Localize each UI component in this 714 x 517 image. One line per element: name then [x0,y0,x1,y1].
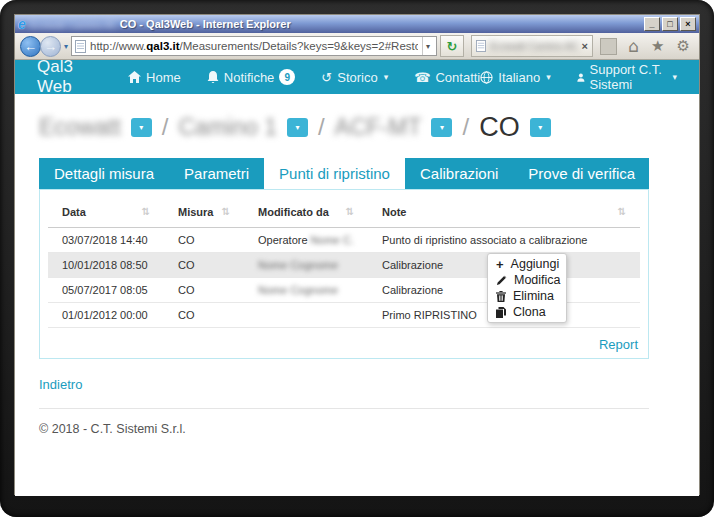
new-tab-button[interactable] [600,38,617,55]
copyright-text: © 2018 - C.T. Sistemi S.r.l. [39,422,649,436]
browser-tab[interactable]: Ecowatt Camino ACF M × [471,35,593,57]
screenshot-frame: e Ecowatt Camino ACF M CO - Qal3Web - In… [0,0,714,517]
breadcrumb-dropdown-button[interactable]: ▾ [287,118,308,137]
measure-tabs: Dettagli misura Parametri Punti di ripri… [39,158,649,189]
address-bar[interactable]: http://www.qal3.it/Measurements/Details?… [71,36,437,56]
chevron-down-icon: ▾ [384,72,389,82]
titlebar-redacted-text: Ecowatt Camino ACF M [30,19,116,30]
cell-note: Punto di ripristino associato a calibraz… [368,228,640,253]
breadcrumb-item-plant[interactable]: Ecowatt [39,114,121,141]
page-content: Ecowatt ▾ / Camino 1 ▾ / ACF-MT ▾ / CO ▾… [15,94,699,496]
report-link[interactable]: Report [599,337,638,352]
address-dropdown-caret[interactable]: ▾ [422,37,433,55]
cell-misura: CO [164,253,244,278]
redacted-name: Nome Cognome [258,284,338,296]
menu-item-label: Clona [513,305,546,319]
breadcrumb-item-current-measure: CO [479,112,520,143]
tab-punti-di-ripristino[interactable]: Punti di ripristino [264,158,405,189]
nav-item-label: Notifiche [224,70,275,85]
minimize-button[interactable]: _ [644,17,660,31]
menu-item-label: Elimina [513,289,554,303]
app-navbar: Qal3 Web Home Notifiche 9 ↺ Storico ▾ [15,60,699,94]
nav-item-notifiche[interactable]: Notifiche 9 [207,69,296,85]
nav-right-items: Italiano ▾ Support C.T. Sistemi ▾ [480,62,677,92]
breadcrumb-separator: / [462,113,469,141]
plus-icon: + [496,257,504,272]
panel-footer: Report [40,328,648,358]
nav-item-user[interactable]: Support C.T. Sistemi ▾ [577,62,677,92]
sort-icon[interactable]: ⇅ [142,206,150,217]
breadcrumb-dropdown-button[interactable]: ▾ [530,118,551,137]
tab-title-redacted: Ecowatt Camino ACF M [490,41,578,52]
internet-explorer-icon: e [18,17,26,31]
tab-parametri[interactable]: Parametri [169,158,264,189]
nav-item-label: Contatti [435,70,480,85]
column-header-note[interactable]: Note⇅ [368,198,640,228]
sort-icon[interactable]: ⇅ [346,206,354,217]
refresh-button[interactable]: ↻ [440,35,464,57]
cell-data: 01/01/2012 00:00 [48,303,164,328]
phone-icon: ☎ [414,71,430,84]
indietro-back-link[interactable]: Indietro [39,377,82,392]
tab-close-icon[interactable]: × [582,40,588,52]
chevron-down-icon: ▾ [672,72,677,82]
sort-icon[interactable]: ⇅ [618,206,626,217]
home-icon [128,71,141,83]
history-dropdown-caret[interactable]: ▾ [64,42,68,51]
cell-misura: CO [164,303,244,328]
nav-item-language[interactable]: Italiano ▾ [480,70,550,85]
page-icon [75,40,86,53]
breadcrumb-item-stack[interactable]: Camino 1 [179,114,277,141]
favorites-star-icon[interactable]: ★ [651,37,664,55]
toolbar-icons: ⌂ ★ ⚙ [628,36,694,56]
app-brand[interactable]: Qal3 Web [37,57,98,97]
tab-favicon [476,40,486,52]
settings-gear-icon[interactable]: ⚙ [677,37,690,55]
breadcrumb-item-analyzer[interactable]: ACF-MT [335,114,422,141]
bell-icon [207,71,219,84]
globe-icon [480,71,493,84]
nav-item-contatti[interactable]: ☎ Contatti [414,70,480,85]
menu-item-modifica[interactable]: Modifica [488,272,566,288]
close-button[interactable]: × [680,17,696,31]
window-titlebar: e Ecowatt Camino ACF M CO - Qal3Web - In… [15,15,699,33]
footer-divider [39,408,649,409]
trash-icon [496,291,506,302]
table-row[interactable]: 03/07/2018 14:40 CO Operatore Nome C. Pu… [48,228,640,253]
breadcrumb-separator: / [318,113,325,141]
breadcrumb-separator: / [162,113,169,141]
menu-item-clona[interactable]: Clona [488,304,566,320]
window-controls: _ □ × [644,17,696,31]
forward-button[interactable]: → [40,36,61,57]
sort-icon[interactable]: ⇅ [222,206,230,217]
nav-item-storico[interactable]: ↺ Storico ▾ [321,70,388,85]
menu-item-aggiungi[interactable]: + Aggiungi [488,256,566,272]
cell-data: 03/07/2018 14:40 [48,228,164,253]
clone-icon [496,307,506,318]
column-header-misura[interactable]: Misura⇅ [164,198,244,228]
home-icon[interactable]: ⌂ [628,36,639,56]
column-header-data[interactable]: Data⇅ [48,198,164,228]
cell-misura: CO [164,228,244,253]
nav-item-home[interactable]: Home [128,70,181,85]
breadcrumb-dropdown-button[interactable]: ▾ [431,118,452,137]
maximize-button[interactable]: □ [662,17,678,31]
column-header-modificato-da[interactable]: Modificato da⇅ [244,198,368,228]
nav-item-label: Home [146,70,181,85]
pencil-icon [496,275,507,286]
nav-items: Home Notifiche 9 ↺ Storico ▾ ☎ Contatti [128,69,480,85]
cell-misura: CO [164,278,244,303]
menu-item-elimina[interactable]: Elimina [488,288,566,304]
history-icon: ↺ [321,71,332,84]
back-button[interactable]: ← [20,36,41,57]
nav-item-label: Italiano [498,70,540,85]
chevron-down-icon: ▾ [546,72,551,82]
tab-calibrazioni[interactable]: Calibrazioni [405,158,513,189]
breadcrumb-dropdown-button[interactable]: ▾ [131,118,152,137]
nav-item-label: Support C.T. Sistemi [590,62,667,92]
menu-item-label: Aggiungi [511,257,560,271]
cell-data: 05/07/2017 08:05 [48,278,164,303]
cell-data: 10/01/2018 08:50 [48,253,164,278]
tab-dettagli-misura[interactable]: Dettagli misura [39,158,169,189]
tab-prove-di-verifica[interactable]: Prove di verifica [513,158,650,189]
